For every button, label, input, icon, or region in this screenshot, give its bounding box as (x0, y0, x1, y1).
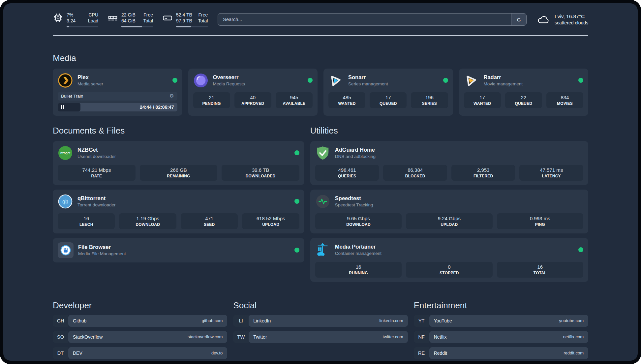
app-card-nzbget[interactable]: nzbget NZBGet Usenet downloader 744.21 M… (53, 141, 304, 185)
stat-label: FILTERED (453, 174, 514, 178)
stat-label: QUERIES (317, 174, 378, 178)
qbittorrent-icon: qb (58, 194, 73, 209)
ram-icon (107, 12, 118, 27)
stat-label: DOWNLOADED (223, 174, 298, 178)
section-heading-utilities: Utilities (310, 126, 588, 136)
stat-seed: 471 SEED (181, 213, 238, 229)
stat-value: 1.19 Gbps (120, 216, 175, 221)
stat-approved: 40 APPROVED (234, 92, 271, 108)
bookmark-url: twitter.com (383, 334, 403, 339)
online-status-dot (294, 199, 299, 204)
section-heading-entertainment: Entertainment (414, 300, 588, 311)
app-subtitle: Container management (335, 251, 382, 256)
disk-total-value: 97.9 TB (176, 18, 192, 24)
online-status-dot (578, 247, 583, 252)
stat-label: STOPPED (407, 271, 491, 275)
app-card-speedtest[interactable]: Speedtest Speedtest Tracking 9.65 Gbps D… (310, 190, 588, 233)
search-engine-button[interactable]: G (511, 14, 526, 25)
bookmark-name: DEV (73, 350, 211, 356)
bookmark-youtube[interactable]: YT YouTube youtube.com (414, 315, 588, 327)
stat-label: WANTED (465, 101, 500, 106)
stat-value: 9.65 Gbps (317, 216, 400, 221)
radarr-icon (464, 73, 479, 88)
app-card-radarr[interactable]: Radarr Movie management 17 WANTED 22 QUE… (459, 69, 589, 116)
cloud-icon (536, 13, 550, 26)
stat-value: 9.24 Gbps (407, 216, 491, 221)
stat-label: QUEUED (371, 101, 405, 106)
stat-value: 17 (371, 95, 405, 100)
app-card-plex[interactable]: Plex Media server Bullet Train ⚙ 24:44 /… (53, 69, 182, 116)
stat-label: SERIES (412, 101, 446, 106)
stat-value: 39.6 TB (223, 167, 298, 173)
stat-row: 16 LEECH 1.19 Gbps DOWNLOAD 471 SEED 618… (58, 213, 299, 229)
pause-icon[interactable] (61, 105, 65, 109)
app-card-sonarr[interactable]: Sonarr Series management 485 WANTED 17 Q… (323, 69, 453, 116)
app-title: AdGuard Home (335, 147, 376, 153)
stat-label: WANTED (330, 101, 364, 106)
section-heading-social: Social (233, 300, 408, 311)
bookmark-url: github.com (202, 318, 223, 323)
search-input[interactable] (218, 14, 511, 25)
stat-row: 744.21 Mbps RATE 266 GB REMAINING 39.6 T… (58, 165, 299, 181)
cpu-icon (53, 12, 63, 27)
ram-progress-fill (121, 26, 142, 27)
app-subtitle: Speedtest Tracking (335, 202, 373, 207)
bookmark-linkedin[interactable]: LI LinkedIn linkedin.com (233, 315, 408, 327)
svg-text:qb: qb (62, 198, 68, 204)
bookmark-stackoverflow[interactable]: SO StackOverflow stackoverflow.com (53, 331, 227, 343)
bookmark-name: LinkedIn (253, 318, 379, 323)
stat-value: 0 (407, 264, 491, 270)
bookmarks-social: Social LI LinkedIn linkedin.com TW Twitt… (233, 300, 408, 359)
playback-progress-bar: 24:44 / 02:06:47 (58, 103, 177, 111)
stat-ping: 0.993 ms PING (497, 213, 583, 229)
disk-free-label: Free (198, 12, 208, 18)
search-bar: G (218, 13, 527, 26)
app-card-filebrowser[interactable]: File Browser Media File Management (53, 238, 304, 262)
cpu-label: CPU (88, 12, 98, 18)
overseerr-icon (193, 73, 208, 88)
settings-icon[interactable]: ⚙ (169, 94, 174, 99)
app-card-qbittorrent[interactable]: qb qBittorrent Torrent downloader 16 LEE… (53, 190, 304, 233)
stat-value: 618.52 Mbps (243, 216, 298, 221)
cpu-monitor: 7% 3.24 CPU Load (53, 12, 98, 27)
stat-available: 945 AVAILABLE (276, 92, 313, 108)
app-card-portainer[interactable]: Media Portainer Container management 16 … (310, 238, 588, 282)
weather-condition: scattered clouds (555, 20, 588, 25)
bookmark-name: Twitter (253, 334, 382, 340)
cpu-progress-bar (67, 26, 98, 27)
stat-series: 196 SERIES (411, 92, 448, 108)
stat-rate: 744.21 Mbps RATE (58, 165, 136, 181)
app-subtitle: Series management (348, 81, 388, 86)
stat-value: 16 (498, 264, 582, 270)
app-title: qBittorrent (77, 195, 116, 201)
sonarr-icon (328, 73, 344, 88)
topbar-divider (53, 35, 588, 36)
bookmark-twitter[interactable]: TW Twitter twitter.com (233, 331, 408, 343)
stat-value: 16 (59, 216, 113, 221)
bookmark-url: stackoverflow.com (188, 334, 223, 339)
nzbget-icon: nzbget (58, 145, 73, 161)
bookmark-abbr: DT (53, 347, 68, 359)
bookmarks-entertainment: Entertainment YT YouTube youtube.com NF … (414, 300, 588, 359)
bookmark-abbr: NF (414, 331, 429, 343)
ram-total-label: Total (143, 18, 153, 24)
stat-row: 485 WANTED 17 QUEUED 196 SERIES (328, 92, 448, 108)
stat-label: APPROVED (236, 101, 270, 106)
stat-value: 47.571 ms (521, 167, 582, 173)
stat-leech: 16 LEECH (58, 213, 115, 229)
app-card-adguard[interactable]: AdGuard Home DNS and adblocking 498,461 … (310, 141, 588, 185)
bookmarks-developer: Developer GH Github github.com SO StackO… (53, 300, 227, 359)
stat-label: PING (498, 222, 582, 227)
bookmark-abbr: YT (414, 315, 429, 327)
bookmark-netflix[interactable]: NF Netflix netflix.com (414, 331, 588, 343)
bookmark-abbr: RE (414, 347, 429, 359)
bookmark-dev[interactable]: DT DEV dev.to (53, 347, 227, 359)
app-card-overseerr[interactable]: Overseerr Media Requests 21 PENDING 40 A… (188, 69, 318, 116)
stat-value: 21 (195, 95, 229, 100)
stat-label: AVAILABLE (277, 101, 311, 106)
playback-time: 24:44 / 02:06:47 (140, 105, 174, 110)
stat-remaining: 266 GB REMAINING (140, 165, 218, 181)
bookmark-github[interactable]: GH Github github.com (53, 315, 227, 327)
bookmark-reddit[interactable]: RE Reddit reddit.com (414, 347, 588, 359)
dashboard: 7% 3.24 CPU Load (3, 3, 638, 361)
